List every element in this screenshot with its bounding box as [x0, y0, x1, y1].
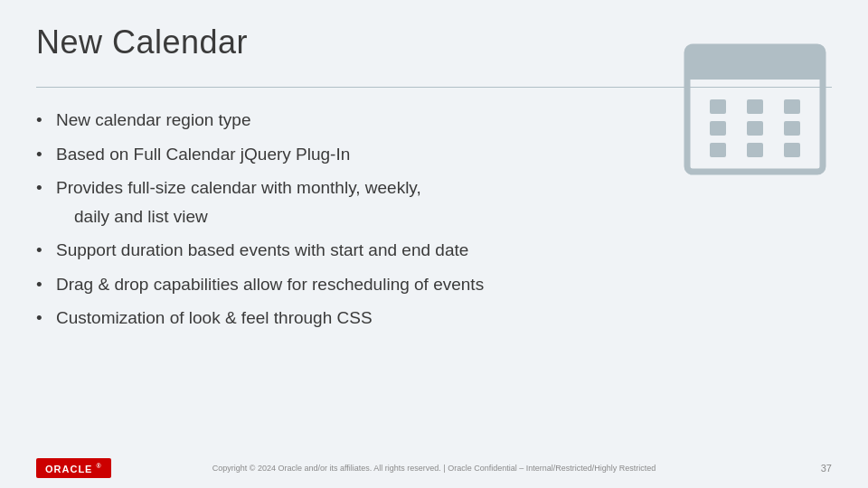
oracle-badge-text: ORACLE — [45, 463, 92, 474]
bullet-item-2: Based on Full Calendar jQuery Plug-In — [36, 142, 832, 167]
bullet-item-3: Provides full-size calendar with monthly… — [36, 175, 832, 201]
bullet-item-5: Drag & drop capabilities allow for resch… — [36, 272, 832, 297]
oracle-badge: ORACLE ® — [36, 458, 111, 479]
slide-content: New Calendar — [0, 0, 868, 448]
footer-page-number: 37 — [821, 463, 832, 474]
footer-copyright: Copyright © 2024 Oracle and/or its affil… — [212, 464, 656, 473]
bullet-list: New calendar region type Based on Full C… — [36, 108, 832, 331]
svg-rect-2 — [687, 67, 823, 80]
oracle-logo: ORACLE ® — [36, 458, 111, 479]
bullet-item-1: New calendar region type — [36, 108, 832, 133]
footer: ORACLE ® Copyright © 2024 Oracle and/or … — [0, 448, 868, 488]
slide: New Calendar — [0, 0, 868, 488]
bullet-item-4: Support duration based events with start… — [36, 238, 832, 263]
bullet-item-3b: daily and list view — [36, 204, 832, 230]
bullet-item-6: Customization of look & feel through CSS — [36, 305, 832, 331]
